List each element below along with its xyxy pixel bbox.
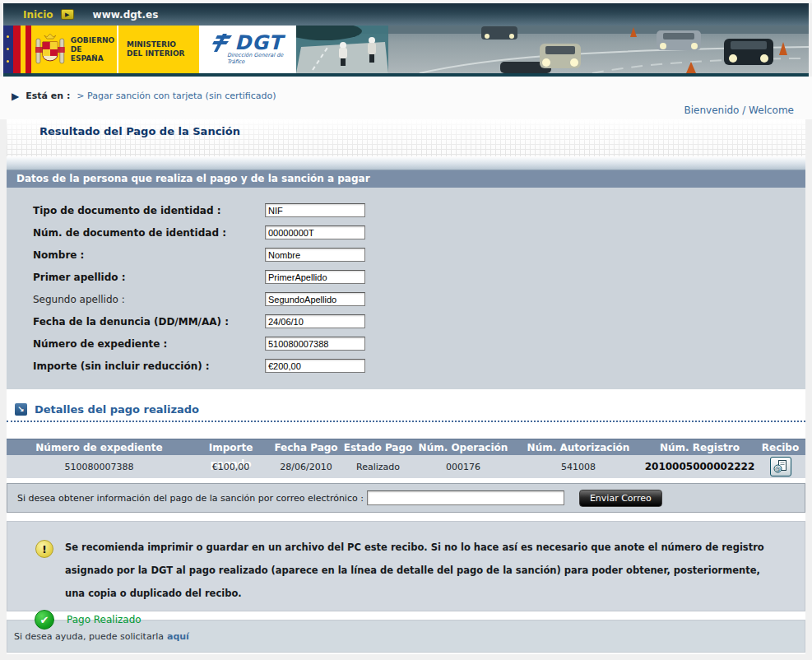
form-row: Importe (sin incluir reducción) : bbox=[7, 357, 805, 379]
car-beige bbox=[540, 44, 581, 68]
dgt-logo-block: DGT Dirección General de Tráfico bbox=[199, 26, 296, 73]
name-label: Nombre : bbox=[33, 249, 84, 261]
inicio-link[interactable]: Inicio bbox=[23, 9, 53, 21]
first-surname-input[interactable] bbox=[265, 270, 365, 284]
dgt-subtitle: Dirección General de Tráfico bbox=[227, 52, 296, 65]
report-date-input[interactable] bbox=[265, 314, 365, 328]
detalles-heading: ↘ Detalles del pago realizado bbox=[7, 402, 805, 422]
cell-registro: 2010005000002222 bbox=[644, 461, 755, 472]
svg-text:@: @ bbox=[775, 466, 781, 472]
gradient-strip bbox=[7, 156, 805, 170]
form-row: Núm. de documento de identidad : bbox=[7, 224, 805, 246]
gobierno-label: GOBIERNODE ESPAÑA bbox=[71, 36, 117, 63]
amount-input[interactable] bbox=[265, 359, 365, 373]
receipt-icon[interactable]: @ bbox=[770, 457, 791, 476]
breadcrumb-link[interactable]: > Pagar sanción con tarjeta (sin certifi… bbox=[77, 91, 276, 101]
check-icon: ✔ bbox=[35, 610, 54, 630]
name-input[interactable] bbox=[265, 248, 365, 262]
car-light bbox=[657, 30, 701, 50]
welcome-link[interactable]: Bienvenido / Welcome bbox=[684, 105, 795, 116]
help-text: Si desea ayuda, puede solicitarla bbox=[14, 631, 164, 642]
form-row: Nombre : bbox=[7, 246, 805, 268]
notice-box: ! Se recomienda imprimir o guardar en un… bbox=[7, 521, 805, 611]
doc-type-label: Tipo de documento de identidad : bbox=[33, 205, 220, 216]
form-row: Segundo apellido : bbox=[7, 290, 805, 313]
notice-text: Se recomienda imprimir o guardar en un a… bbox=[65, 533, 774, 605]
email-strip: Si desea obtener información del pago de… bbox=[7, 483, 805, 513]
play-icon[interactable]: ▶ bbox=[61, 9, 74, 20]
second-surname-label: Segundo apellido : bbox=[33, 294, 125, 305]
breadcrumb-zone: ▶ Está en : > Pagar sanción con tarjeta … bbox=[0, 77, 812, 119]
gobierno-block: GOBIERNODE ESPAÑA bbox=[31, 26, 117, 73]
traffic-photo bbox=[296, 26, 809, 73]
warning-icon: ! bbox=[35, 540, 53, 558]
ministerio-block: MINISTERIODEL INTERIOR bbox=[118, 26, 199, 73]
form-row: Primer apellido : bbox=[7, 268, 805, 290]
col-operacion: Núm. Operación bbox=[414, 439, 513, 455]
section-header-datos: Datos de la persona que realiza el pago … bbox=[7, 170, 805, 188]
breadcrumb-prefix: Está en : bbox=[26, 91, 70, 101]
table-header-row: Número de expediente Importe pagado Fech… bbox=[7, 439, 805, 455]
payer-data-form: Tipo de documento de identidad : Núm. de… bbox=[7, 188, 805, 389]
cell-expediente: 510080007388 bbox=[7, 462, 192, 472]
doc-type-input[interactable] bbox=[265, 203, 365, 217]
cell-operacion: 000176 bbox=[414, 462, 513, 472]
page-title: Resultado del Pago de la Sanción bbox=[39, 125, 240, 137]
col-estado: Estado Pago bbox=[342, 439, 414, 455]
cell-estado: Realizado bbox=[342, 462, 414, 472]
file-number-label: Número de expediente : bbox=[33, 338, 167, 350]
ministerio-label: MINISTERIODEL INTERIOR bbox=[127, 40, 185, 58]
first-surname-label: Primer apellido : bbox=[33, 272, 126, 283]
doc-number-label: Núm. de documento de identidad : bbox=[33, 227, 226, 239]
dgt-logo-text: DGT bbox=[234, 34, 283, 52]
col-recibo: Recibo bbox=[755, 439, 805, 455]
header-banner: GOBIERNODE ESPAÑA MINISTERIODEL INTERIOR… bbox=[3, 26, 809, 73]
eu-flag-icon bbox=[3, 26, 13, 73]
arrow-down-right-icon: ↘ bbox=[15, 403, 27, 416]
col-importe: Importe pagado bbox=[192, 439, 270, 455]
form-row: Tipo de documento de identidad : bbox=[7, 202, 805, 224]
dgt-logo-icon bbox=[212, 34, 232, 52]
cell-fecha: 28/06/2010 bbox=[270, 462, 342, 472]
car-dark-center bbox=[724, 39, 773, 65]
col-fecha: Fecha Pago bbox=[270, 439, 342, 455]
title-band: Resultado del Pago de la Sanción bbox=[7, 119, 805, 156]
topbar: Inicio ▶ www.dgt.es bbox=[3, 3, 809, 26]
payment-status: Pago Realizado bbox=[67, 614, 142, 625]
col-registro: Núm. Registro bbox=[644, 439, 755, 455]
coat-of-arms-icon bbox=[35, 30, 66, 68]
page-frame bbox=[0, 0, 812, 3]
form-row: Fecha de la denuncia (DD/MM/AA) : bbox=[7, 313, 805, 335]
col-expediente: Número de expediente bbox=[7, 439, 192, 455]
page: Inicio ▶ www.dgt.es GOBIERNODE ESPAÑA bbox=[0, 0, 812, 660]
report-date-label: Fecha de la denuncia (DD/MM/AA) : bbox=[33, 316, 229, 328]
cell-importe: €100,00 bbox=[192, 462, 270, 472]
site-url: www.dgt.es bbox=[93, 9, 159, 21]
form-row: Número de expediente : bbox=[7, 335, 805, 357]
table-row: 510080007388 €100,00 28/06/2010 Realizad… bbox=[7, 455, 805, 478]
file-number-input[interactable] bbox=[265, 337, 365, 351]
cell-recibo: @ bbox=[755, 457, 805, 476]
send-email-button[interactable]: Enviar Correo bbox=[579, 490, 662, 507]
help-link[interactable]: aquí bbox=[167, 631, 189, 642]
car-distant bbox=[481, 26, 517, 40]
flag-strip bbox=[3, 26, 31, 73]
col-autorizacion: Núm. Autorización bbox=[513, 439, 644, 455]
detalles-link[interactable]: Detalles del pago realizado bbox=[35, 403, 199, 416]
content-card: Resultado del Pago de la Sanción Datos d… bbox=[7, 119, 805, 654]
cell-autorizacion: 541008 bbox=[513, 462, 644, 472]
email-label: Si desea obtener información del pago de… bbox=[17, 493, 364, 504]
payment-table: Número de expediente Importe pagado Fech… bbox=[7, 439, 805, 478]
amount-label: Importe (sin incluir reducción) : bbox=[33, 360, 210, 372]
doc-number-input[interactable] bbox=[265, 225, 365, 239]
email-input[interactable] bbox=[367, 490, 564, 505]
breadcrumb: ▶ Está en : > Pagar sanción con tarjeta … bbox=[12, 91, 276, 101]
breadcrumb-arrow-icon: ▶ bbox=[12, 91, 19, 101]
second-surname-input[interactable] bbox=[265, 292, 365, 306]
